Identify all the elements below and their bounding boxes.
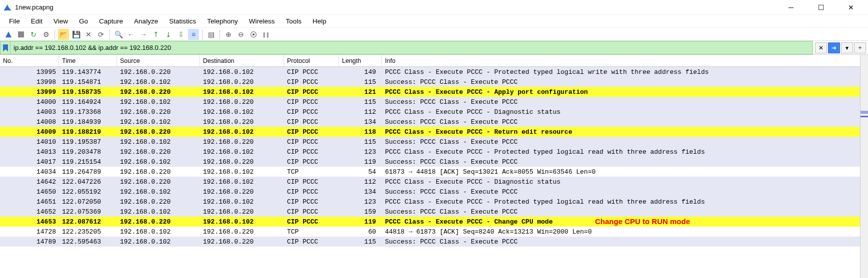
menu-capture[interactable]: Capture xyxy=(94,16,128,26)
table-row[interactable]: 14728122.235205192.168.0.102192.168.0.22… xyxy=(0,227,868,237)
cell-destination: 192.168.0.102 xyxy=(200,218,284,226)
find-packet-icon[interactable]: 🔍 xyxy=(113,29,124,40)
cell-info: Success: PCCC Class - Execute PCCC xyxy=(382,118,868,126)
save-file-icon[interactable]: 💾 xyxy=(70,29,82,40)
close-file-icon[interactable]: ✕ xyxy=(83,29,94,40)
col-time[interactable]: Time xyxy=(59,55,117,66)
cell-info: PCCC Class - Execute PCCC - Change CPU m… xyxy=(382,218,868,226)
go-to-packet-icon[interactable]: ⤒ xyxy=(150,29,162,40)
cell-length: 60 xyxy=(339,228,382,236)
table-row[interactable]: 14789122.595463192.168.0.102192.168.0.22… xyxy=(0,237,868,247)
cell-source: 192.168.0.220 xyxy=(117,198,200,206)
start-capture-icon[interactable] xyxy=(3,29,14,40)
col-no[interactable]: No. xyxy=(0,55,59,66)
table-row[interactable]: 13998119.154871192.168.0.102192.168.0.22… xyxy=(0,77,868,87)
table-row[interactable]: 14651122.072050192.168.0.220192.168.0.10… xyxy=(0,197,868,207)
cell-time: 119.184939 xyxy=(59,118,117,126)
table-row[interactable]: 14003119.173368192.168.0.220192.168.0.10… xyxy=(0,107,868,117)
cell-protocol: CIP PCCC xyxy=(284,218,339,226)
go-last-icon[interactable]: ⇩ xyxy=(176,29,186,40)
menubar: File Edit View Go Capture Analyze Statis… xyxy=(0,15,868,28)
cell-no: 14009 xyxy=(0,128,59,136)
cell-time: 119.158735 xyxy=(59,88,117,96)
maximize-button[interactable]: ☐ xyxy=(812,3,830,11)
capture-options-icon[interactable]: ⚙ xyxy=(40,29,52,40)
menu-go[interactable]: Go xyxy=(74,16,93,26)
apply-filter-button[interactable]: ➔ xyxy=(828,42,840,53)
menu-analyze[interactable]: Analyze xyxy=(129,16,163,26)
overview-scrollbar[interactable] xyxy=(860,55,868,278)
cell-info: PCCC Class - Execute PCCC - Apply port c… xyxy=(382,88,868,96)
app-icon xyxy=(3,3,12,12)
cell-protocol: CIP PCCC xyxy=(284,108,339,116)
table-row[interactable]: 14653122.087612192.168.0.220192.168.0.10… xyxy=(0,217,868,227)
menu-wireless[interactable]: Wireless xyxy=(244,16,280,26)
open-file-icon[interactable]: 📂 xyxy=(58,29,69,40)
table-row[interactable]: 14642122.047226192.168.0.220192.168.0.10… xyxy=(0,177,868,187)
menu-statistics[interactable]: Statistics xyxy=(164,16,201,26)
col-length[interactable]: Length xyxy=(339,55,382,66)
table-row[interactable]: 14010119.195387192.168.0.102192.168.0.22… xyxy=(0,137,868,147)
table-row[interactable]: 14017119.215154192.168.0.102192.168.0.22… xyxy=(0,157,868,167)
zoom-in-icon[interactable]: ⊕ xyxy=(223,29,234,40)
table-row[interactable]: 13999119.158735192.168.0.220192.168.0.10… xyxy=(0,87,868,97)
stop-capture-icon[interactable] xyxy=(16,29,26,40)
table-row[interactable]: 14650122.055192192.168.0.102192.168.0.22… xyxy=(0,187,868,197)
cell-destination: 192.168.0.102 xyxy=(200,168,284,176)
col-info[interactable]: Info xyxy=(382,55,868,66)
cell-source: 192.168.0.102 xyxy=(117,158,200,166)
cell-info: Success: PCCC Class - Execute PCCC xyxy=(382,138,868,146)
cell-no: 14642 xyxy=(0,178,59,186)
menu-tools[interactable]: Tools xyxy=(280,16,306,26)
cell-length: 119 xyxy=(339,218,382,226)
menu-file[interactable]: File xyxy=(4,16,25,26)
colorize-icon[interactable]: ▤ xyxy=(206,29,216,40)
menu-telephony[interactable]: Telephony xyxy=(202,16,243,26)
go-forward-icon[interactable]: → xyxy=(138,29,149,40)
cell-info: PCCC Class - Execute PCCC - Return edit … xyxy=(382,128,868,136)
cell-protocol: TCP xyxy=(284,228,339,236)
cell-length: 118 xyxy=(339,128,382,136)
col-source[interactable]: Source xyxy=(117,55,200,66)
cell-info: PCCC Class - Execute PCCC - Protected ty… xyxy=(382,68,868,76)
menu-help[interactable]: Help xyxy=(308,16,332,26)
table-row[interactable]: 14034119.264789192.168.0.220192.168.0.10… xyxy=(0,167,868,177)
cell-no: 14651 xyxy=(0,198,59,206)
restart-capture-icon[interactable]: ↻ xyxy=(28,29,39,40)
col-protocol[interactable]: Protocol xyxy=(284,55,339,66)
filter-history-button[interactable]: ▾ xyxy=(841,42,853,53)
go-back-icon[interactable]: ← xyxy=(126,29,136,40)
menu-view[interactable]: View xyxy=(48,16,73,26)
table-row[interactable]: 13995119.143774192.168.0.220192.168.0.10… xyxy=(0,67,868,77)
cell-no: 14003 xyxy=(0,108,59,116)
cell-no: 14728 xyxy=(0,228,59,236)
cell-no: 14652 xyxy=(0,208,59,216)
col-destination[interactable]: Destination xyxy=(200,55,284,66)
cell-protocol: CIP PCCC xyxy=(284,148,339,156)
cell-source: 192.168.0.220 xyxy=(117,108,200,116)
table-row[interactable]: 14652122.075369192.168.0.102192.168.0.22… xyxy=(0,207,868,217)
go-first-icon[interactable]: ⤓ xyxy=(163,29,174,40)
display-filter-input[interactable] xyxy=(10,41,813,54)
table-row[interactable]: 14000119.164924192.168.0.102192.168.0.22… xyxy=(0,97,868,107)
bookmark-filter-icon[interactable] xyxy=(0,41,10,54)
reload-file-icon[interactable]: ⟳ xyxy=(96,29,106,40)
auto-scroll-icon[interactable]: ≡ xyxy=(188,29,199,40)
table-row[interactable]: 14008119.184939192.168.0.102192.168.0.22… xyxy=(0,117,868,127)
add-filter-button[interactable]: ＋ xyxy=(854,42,866,53)
cell-destination: 192.168.0.220 xyxy=(200,98,284,106)
packet-list[interactable]: 13995119.143774192.168.0.220192.168.0.10… xyxy=(0,67,868,247)
clear-filter-button[interactable]: ✕ xyxy=(815,42,827,53)
cell-time: 122.075369 xyxy=(59,208,117,216)
cell-destination: 192.168.0.220 xyxy=(200,208,284,216)
table-row[interactable]: 14013119.203478192.168.0.220192.168.0.10… xyxy=(0,147,868,157)
close-button[interactable]: ✕ xyxy=(842,3,860,11)
resize-columns-icon[interactable]: ⫿⫿ xyxy=(260,29,272,40)
table-row[interactable]: 14009119.188219192.168.0.220192.168.0.10… xyxy=(0,127,868,137)
cell-no: 14650 xyxy=(0,188,59,196)
toolbar: ↻ ⚙ 📂 💾 ✕ ⟳ 🔍 ← → ⤒ ⤓ ⇩ ≡ ▤ ⊕ ⊖ ⦿ ⫿⫿ xyxy=(0,28,868,41)
menu-edit[interactable]: Edit xyxy=(26,16,48,26)
minimize-button[interactable]: ─ xyxy=(782,3,800,11)
zoom-out-icon[interactable]: ⊖ xyxy=(236,29,246,40)
zoom-reset-icon[interactable]: ⦿ xyxy=(248,29,259,40)
